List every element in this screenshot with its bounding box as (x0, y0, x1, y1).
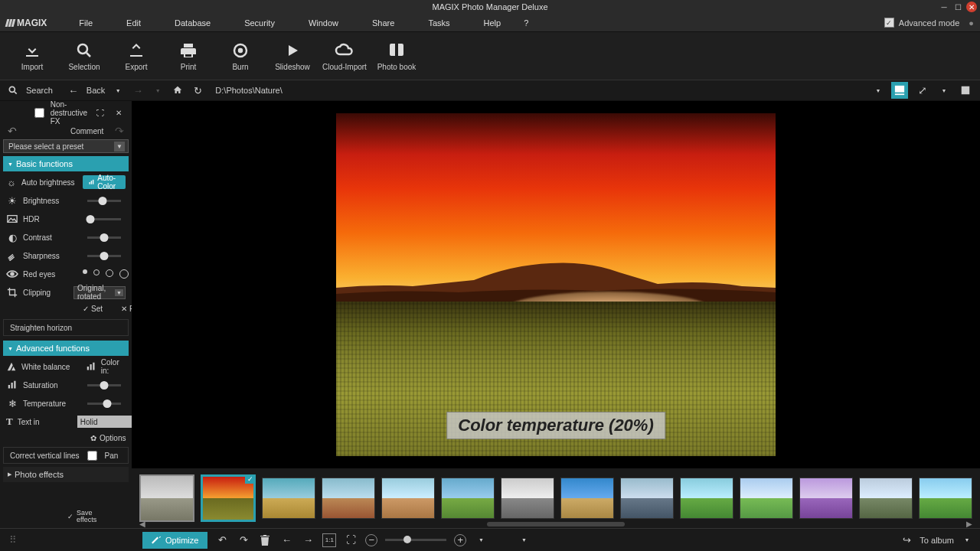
search-label[interactable]: Search (26, 86, 53, 95)
white-balance-button[interactable]: White balance (21, 363, 77, 371)
filmstrip-right-arrow[interactable]: ▶ (966, 520, 972, 528)
back-arrow-icon[interactable]: ← (67, 83, 80, 97)
to-album-label[interactable]: To album (920, 536, 954, 545)
view-grid-icon[interactable] (891, 82, 908, 99)
sharpness-slider[interactable] (87, 255, 121, 257)
pan-checkbox[interactable] (87, 451, 97, 461)
search-icon[interactable] (6, 83, 20, 97)
grid-handle-icon[interactable]: ⠿ (6, 533, 20, 547)
view-compare-icon[interactable]: ⤢ (914, 82, 931, 99)
thumbnail-13[interactable] (859, 478, 913, 519)
rating-icon[interactable] (495, 533, 509, 547)
menu-database[interactable]: Database (158, 15, 227, 31)
text-in-input[interactable] (77, 416, 132, 428)
zoom-out-icon[interactable]: − (365, 534, 377, 546)
saturation-slider[interactable] (87, 384, 121, 386)
cloud-import-button[interactable]: Cloud-Import (318, 32, 371, 80)
thumbnail-8[interactable] (560, 478, 614, 519)
advanced-functions-header[interactable]: Advanced functions (3, 341, 129, 356)
filmstrip-left-arrow[interactable]: ◀ (139, 520, 145, 528)
hdr-slider[interactable] (87, 218, 121, 220)
photo-preview[interactable]: Color temperature (20%) (132, 101, 980, 468)
clipping-select[interactable]: Original, rotated (74, 286, 126, 299)
set-button[interactable]: ✓ Set (83, 305, 103, 313)
photo-book-button[interactable]: Photo book (371, 32, 423, 80)
contrast-slider[interactable] (87, 236, 121, 239)
basic-functions-header[interactable]: Basic functions (3, 156, 129, 171)
zoom-in-icon[interactable]: + (454, 534, 466, 546)
print-button[interactable]: Print (162, 32, 214, 80)
filmstrip-scrollbar[interactable] (487, 522, 625, 527)
slideshow-button[interactable]: Slideshow (266, 32, 318, 80)
back-label[interactable]: Back (87, 86, 105, 95)
thumbnail-5[interactable] (381, 478, 435, 519)
menu-window[interactable]: Window (292, 15, 355, 31)
selection-button[interactable]: Selection (58, 32, 110, 80)
color-in-label[interactable]: Color in: (101, 358, 126, 375)
brightness-slider[interactable] (87, 200, 121, 202)
temperature-slider[interactable] (87, 403, 121, 405)
expand-icon[interactable]: ⛶ (93, 106, 107, 119)
fullscreen-icon[interactable]: ⛶ (344, 533, 358, 547)
path-display[interactable]: D:\Photos\Nature\ (215, 86, 282, 95)
prev-photo-icon[interactable]: ← (279, 533, 293, 547)
thumbnail-6[interactable] (441, 478, 495, 519)
burn-button[interactable]: Burn (214, 32, 266, 80)
menu-edit[interactable]: Edit (109, 15, 158, 31)
thumbnail-1[interactable] (139, 474, 194, 522)
refresh-icon[interactable]: ↻ (191, 83, 204, 97)
zoom-slider[interactable] (385, 539, 446, 541)
redeyes-size-selector[interactable] (83, 269, 129, 279)
view-dropdown[interactable]: ▼ (937, 83, 951, 97)
zoom-dropdown[interactable]: ▼ (474, 533, 488, 547)
view-single-icon[interactable] (957, 82, 974, 99)
photo-effects-header[interactable]: Photo effects (3, 467, 129, 482)
next-photo-icon[interactable]: → (301, 533, 315, 547)
import-button[interactable]: Import (6, 32, 58, 80)
close-panel-icon[interactable]: ✕ (112, 106, 126, 119)
menu-tasks[interactable]: Tasks (411, 15, 466, 31)
menu-file[interactable]: File (62, 15, 109, 31)
zoom-11-icon[interactable]: 1:1 (322, 533, 336, 547)
forward-arrow-icon[interactable]: → (131, 83, 145, 97)
thumbnail-10[interactable] (680, 478, 733, 519)
back-dropdown[interactable]: ▼ (111, 83, 125, 97)
redo-bottom-icon[interactable]: ↷ (237, 533, 250, 547)
nondestructive-checkbox[interactable] (34, 108, 44, 118)
advanced-mode-checkbox[interactable]: ✓ (884, 18, 894, 28)
auto-color-button[interactable]: Auto-Color (83, 175, 126, 189)
rating-dropdown[interactable]: ▼ (517, 533, 531, 547)
minimize-button[interactable]: ─ (939, 2, 949, 12)
thumbnail-9[interactable] (620, 478, 674, 519)
redo-icon[interactable]: ↷ (115, 125, 124, 137)
close-button[interactable]: ✕ (966, 2, 977, 12)
preset-select[interactable]: Please select a preset (3, 139, 129, 153)
menu-help-icon[interactable]: ? (518, 15, 534, 31)
menu-help[interactable]: Help (467, 15, 518, 31)
to-album-icon[interactable]: ↪ (900, 533, 913, 547)
export-button[interactable]: Export (110, 32, 162, 80)
thumbnail-3[interactable] (262, 478, 315, 519)
correct-vertical-button[interactable]: Correct vertical lines (10, 452, 80, 460)
menu-share[interactable]: Share (355, 15, 411, 31)
menu-security[interactable]: Security (227, 15, 292, 31)
undo-bottom-icon[interactable]: ↶ (215, 533, 229, 547)
straighten-horizon-button[interactable]: Straighten horizon (3, 319, 129, 336)
auto-brightness-button[interactable]: Auto brightness (21, 178, 77, 187)
thumbnail-7[interactable] (501, 478, 554, 519)
maximize-button[interactable]: ☐ (952, 2, 963, 12)
undo-icon[interactable]: ↶ (8, 125, 17, 137)
thumbnail-11[interactable] (740, 478, 793, 519)
thumbnail-2[interactable] (201, 474, 256, 522)
optimize-button[interactable]: Optimize (142, 532, 207, 549)
options-button[interactable]: ✿ Options (0, 431, 132, 445)
save-effects-button[interactable]: ✓ Save effects (0, 505, 132, 528)
path-dropdown[interactable]: ▼ (871, 83, 885, 97)
to-album-dropdown[interactable]: ▼ (960, 533, 974, 547)
thumbnail-14[interactable] (919, 478, 972, 519)
delete-icon[interactable] (258, 533, 272, 547)
thumbnail-12[interactable] (799, 478, 853, 519)
forward-dropdown[interactable]: ▼ (151, 83, 165, 97)
reset-button[interactable]: ✕ Reset (121, 305, 132, 313)
home-icon[interactable] (171, 83, 185, 97)
